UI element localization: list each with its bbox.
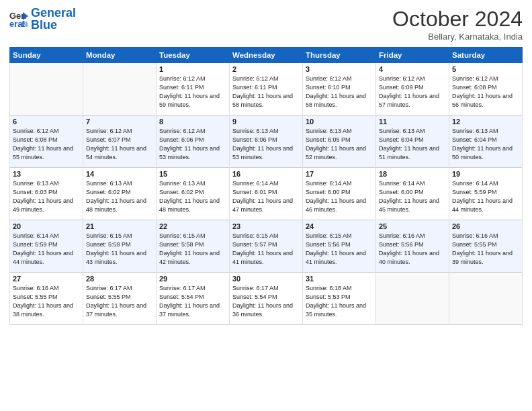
header-tuesday: Tuesday bbox=[157, 48, 230, 63]
day-info: Sunrise: 6:12 AM Sunset: 6:08 PM Dayligh… bbox=[13, 127, 80, 162]
location-subtitle: Bellary, Karnataka, India bbox=[392, 32, 523, 42]
header: Gen eral Blue General Blue October 2024 … bbox=[9, 7, 523, 42]
day-info: Sunrise: 6:13 AM Sunset: 6:05 PM Dayligh… bbox=[306, 127, 373, 162]
week-row-1: 1Sunrise: 6:12 AM Sunset: 6:11 PM Daylig… bbox=[10, 63, 523, 116]
calendar-cell: 6Sunrise: 6:12 AM Sunset: 6:08 PM Daylig… bbox=[10, 116, 83, 168]
day-number: 18 bbox=[379, 170, 446, 178]
day-info: Sunrise: 6:12 AM Sunset: 6:10 PM Dayligh… bbox=[306, 75, 373, 109]
day-info: Sunrise: 6:13 AM Sunset: 6:06 PM Dayligh… bbox=[232, 127, 300, 162]
day-number: 30 bbox=[232, 275, 300, 283]
svg-text:Blue: Blue bbox=[21, 21, 28, 28]
day-info: Sunrise: 6:17 AM Sunset: 5:55 PM Dayligh… bbox=[86, 284, 153, 319]
day-info: Sunrise: 6:14 AM Sunset: 5:59 PM Dayligh… bbox=[13, 232, 80, 267]
day-info: Sunrise: 6:14 AM Sunset: 6:01 PM Dayligh… bbox=[232, 179, 300, 214]
calendar-cell: 21Sunrise: 6:15 AM Sunset: 5:58 PM Dayli… bbox=[83, 220, 157, 273]
calendar-cell: 5Sunrise: 6:12 AM Sunset: 6:08 PM Daylig… bbox=[449, 63, 523, 116]
header-wednesday: Wednesday bbox=[230, 48, 303, 63]
calendar-cell: 24Sunrise: 6:15 AM Sunset: 5:56 PM Dayli… bbox=[303, 220, 376, 273]
day-info: Sunrise: 6:16 AM Sunset: 5:55 PM Dayligh… bbox=[13, 284, 80, 319]
logo-blue: Blue bbox=[31, 18, 57, 32]
logo-general: General bbox=[31, 6, 76, 19]
day-number: 24 bbox=[306, 222, 373, 230]
day-number: 13 bbox=[13, 170, 80, 178]
day-number: 10 bbox=[306, 118, 373, 126]
day-number: 25 bbox=[379, 222, 446, 230]
week-row-3: 13Sunrise: 6:13 AM Sunset: 6:03 PM Dayli… bbox=[10, 168, 523, 220]
calendar-cell: 11Sunrise: 6:13 AM Sunset: 6:04 PM Dayli… bbox=[376, 116, 449, 168]
day-info: Sunrise: 6:12 AM Sunset: 6:07 PM Dayligh… bbox=[86, 127, 153, 162]
calendar-cell: 8Sunrise: 6:12 AM Sunset: 6:06 PM Daylig… bbox=[157, 116, 230, 168]
month-title: October 2024 bbox=[392, 7, 523, 32]
header-monday: Monday bbox=[83, 48, 157, 63]
calendar-cell: 23Sunrise: 6:15 AM Sunset: 5:57 PM Dayli… bbox=[230, 220, 303, 273]
day-info: Sunrise: 6:12 AM Sunset: 6:06 PM Dayligh… bbox=[159, 127, 226, 162]
header-sunday: Sunday bbox=[10, 48, 83, 63]
day-number: 9 bbox=[232, 118, 300, 126]
calendar-cell bbox=[83, 63, 157, 116]
week-row-5: 27Sunrise: 6:16 AM Sunset: 5:55 PM Dayli… bbox=[10, 273, 523, 325]
title-block: October 2024 Bellary, Karnataka, India bbox=[392, 7, 523, 42]
day-number: 1 bbox=[159, 65, 226, 73]
day-number: 8 bbox=[159, 118, 226, 126]
day-info: Sunrise: 6:13 AM Sunset: 6:04 PM Dayligh… bbox=[452, 127, 519, 162]
calendar-cell: 10Sunrise: 6:13 AM Sunset: 6:05 PM Dayli… bbox=[303, 116, 376, 168]
day-number: 6 bbox=[13, 118, 80, 126]
calendar-cell: 26Sunrise: 6:16 AM Sunset: 5:55 PM Dayli… bbox=[449, 220, 523, 273]
day-number: 12 bbox=[452, 118, 519, 126]
calendar-cell bbox=[376, 273, 449, 325]
logo-text: General Blue bbox=[31, 7, 76, 31]
calendar-cell: 13Sunrise: 6:13 AM Sunset: 6:03 PM Dayli… bbox=[10, 168, 83, 220]
calendar-page: Gen eral Blue General Blue October 2024 … bbox=[0, 0, 532, 411]
day-number: 28 bbox=[86, 275, 153, 283]
day-info: Sunrise: 6:12 AM Sunset: 6:11 PM Dayligh… bbox=[232, 75, 300, 109]
day-info: Sunrise: 6:13 AM Sunset: 6:02 PM Dayligh… bbox=[159, 179, 226, 214]
day-number: 26 bbox=[452, 222, 519, 230]
logo-icon: Gen eral Blue bbox=[9, 9, 28, 28]
day-info: Sunrise: 6:17 AM Sunset: 5:54 PM Dayligh… bbox=[232, 284, 300, 319]
week-row-4: 20Sunrise: 6:14 AM Sunset: 5:59 PM Dayli… bbox=[10, 220, 523, 273]
day-number: 7 bbox=[86, 118, 153, 126]
day-info: Sunrise: 6:15 AM Sunset: 5:58 PM Dayligh… bbox=[159, 232, 226, 267]
day-number: 3 bbox=[306, 65, 373, 73]
calendar-cell: 4Sunrise: 6:12 AM Sunset: 6:09 PM Daylig… bbox=[376, 63, 449, 116]
calendar-cell: 12Sunrise: 6:13 AM Sunset: 6:04 PM Dayli… bbox=[449, 116, 523, 168]
calendar-cell: 19Sunrise: 6:14 AM Sunset: 5:59 PM Dayli… bbox=[449, 168, 523, 220]
day-info: Sunrise: 6:13 AM Sunset: 6:03 PM Dayligh… bbox=[13, 179, 80, 214]
calendar-cell: 22Sunrise: 6:15 AM Sunset: 5:58 PM Dayli… bbox=[157, 220, 230, 273]
day-number: 19 bbox=[452, 170, 519, 178]
day-info: Sunrise: 6:14 AM Sunset: 5:59 PM Dayligh… bbox=[452, 179, 519, 214]
calendar-cell: 28Sunrise: 6:17 AM Sunset: 5:55 PM Dayli… bbox=[83, 273, 157, 325]
calendar-cell: 30Sunrise: 6:17 AM Sunset: 5:54 PM Dayli… bbox=[230, 273, 303, 325]
day-number: 21 bbox=[86, 222, 153, 230]
calendar-cell: 31Sunrise: 6:18 AM Sunset: 5:53 PM Dayli… bbox=[303, 273, 376, 325]
calendar-cell: 27Sunrise: 6:16 AM Sunset: 5:55 PM Dayli… bbox=[10, 273, 83, 325]
day-number: 5 bbox=[452, 65, 519, 73]
calendar-cell bbox=[10, 63, 83, 116]
day-number: 20 bbox=[13, 222, 80, 230]
weekday-header-row: Sunday Monday Tuesday Wednesday Thursday… bbox=[10, 48, 523, 63]
calendar-cell: 1Sunrise: 6:12 AM Sunset: 6:11 PM Daylig… bbox=[157, 63, 230, 116]
header-saturday: Saturday bbox=[449, 48, 523, 63]
day-info: Sunrise: 6:15 AM Sunset: 5:58 PM Dayligh… bbox=[86, 232, 153, 267]
day-info: Sunrise: 6:13 AM Sunset: 6:04 PM Dayligh… bbox=[379, 127, 446, 162]
calendar-cell: 2Sunrise: 6:12 AM Sunset: 6:11 PM Daylig… bbox=[230, 63, 303, 116]
header-thursday: Thursday bbox=[303, 48, 376, 63]
calendar-cell: 3Sunrise: 6:12 AM Sunset: 6:10 PM Daylig… bbox=[303, 63, 376, 116]
day-number: 29 bbox=[159, 275, 226, 283]
day-number: 23 bbox=[232, 222, 300, 230]
calendar-cell: 9Sunrise: 6:13 AM Sunset: 6:06 PM Daylig… bbox=[230, 116, 303, 168]
calendar-cell: 18Sunrise: 6:14 AM Sunset: 6:00 PM Dayli… bbox=[376, 168, 449, 220]
day-info: Sunrise: 6:14 AM Sunset: 6:00 PM Dayligh… bbox=[379, 179, 446, 214]
calendar-cell: 16Sunrise: 6:14 AM Sunset: 6:01 PM Dayli… bbox=[230, 168, 303, 220]
logo: Gen eral Blue General Blue bbox=[9, 7, 76, 31]
week-row-2: 6Sunrise: 6:12 AM Sunset: 6:08 PM Daylig… bbox=[10, 116, 523, 168]
day-info: Sunrise: 6:14 AM Sunset: 6:00 PM Dayligh… bbox=[306, 179, 373, 214]
calendar-cell: 25Sunrise: 6:16 AM Sunset: 5:56 PM Dayli… bbox=[376, 220, 449, 273]
day-number: 11 bbox=[379, 118, 446, 126]
day-info: Sunrise: 6:16 AM Sunset: 5:56 PM Dayligh… bbox=[379, 232, 446, 267]
day-info: Sunrise: 6:17 AM Sunset: 5:54 PM Dayligh… bbox=[159, 284, 226, 319]
day-info: Sunrise: 6:12 AM Sunset: 6:08 PM Dayligh… bbox=[452, 75, 519, 109]
day-number: 14 bbox=[86, 170, 153, 178]
day-number: 2 bbox=[232, 65, 300, 73]
day-info: Sunrise: 6:18 AM Sunset: 5:53 PM Dayligh… bbox=[306, 284, 373, 319]
